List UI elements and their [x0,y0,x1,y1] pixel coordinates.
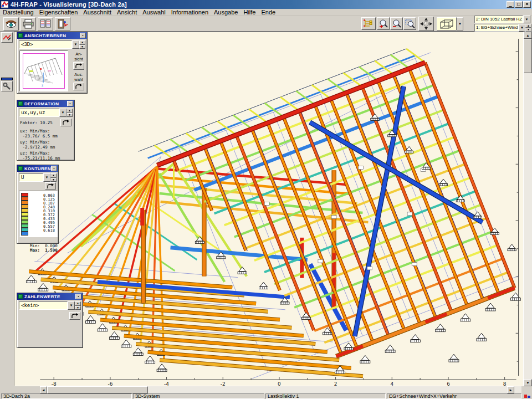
menu-item-informationen[interactable]: Informationen [171,9,208,16]
uz-value: -75.21/11.16 mm [20,156,60,161]
settings-tool-button[interactable] [1,81,13,91]
view-select[interactable]: <3D> [19,40,72,49]
panel-konturen-titlebar[interactable]: KONTUREN ▪ [17,165,58,172]
h-scroll-thumb[interactable] [47,386,148,393]
close-button[interactable]: × [523,1,531,8]
maximize-button[interactable]: □ [515,1,523,8]
menu-item-ausschnitt[interactable]: Ausschnitt [83,9,111,16]
view-cube-dropdown[interactable]: ▼ [457,17,463,30]
panel-deformation-titlebar[interactable]: DEFORMATION ▪ [17,100,74,107]
panel-icon [18,101,23,106]
auswahl-apply-button[interactable] [73,83,84,90]
view-preview[interactable]: z [19,50,68,91]
spin-up-icon[interactable]: ▲ [66,109,73,113]
pan-control[interactable] [418,17,434,31]
horizontal-scrollbar[interactable]: ◄ ► [40,386,521,393]
panel-menu-button[interactable]: ▪ [80,33,86,38]
status-field-3: EG+Schnee+Wind>X+Verkehr [387,393,521,399]
legend-swatch [21,208,28,212]
menu-item-ausgabe[interactable]: Ausgabe [214,9,238,16]
help-book-button[interactable] [38,17,53,30]
tree-view-button[interactable] [361,17,376,30]
spin-down-icon[interactable]: ▼ [79,45,85,49]
spin-up-icon[interactable]: ▲ [79,40,85,45]
deformation-apply-button[interactable] [60,119,71,126]
drawing-area[interactable]: -8-6-4-2024686420-2-4YX [14,32,524,386]
zahlenwerte-select-dropdown[interactable]: ▼ [68,301,75,310]
status-field-0: 3D-Dach 2a [1,393,132,399]
menu-item-ansicht[interactable]: Ansicht [117,9,137,16]
view-select-spinner[interactable]: ▲ ▼ [79,40,85,49]
svg-text:2: 2 [523,162,523,166]
svg-text:4: 4 [523,106,523,110]
svg-text:0: 0 [278,381,281,386]
spin-down-icon[interactable]: ▼ [66,113,73,117]
spin-down-icon[interactable]: ▼ [525,28,531,32]
zoom-window-button[interactable] [403,17,416,30]
load-case-dropdown[interactable]: ▼ [523,16,530,23]
zahlenwerte-apply-button[interactable] [69,312,80,320]
print-button[interactable] [21,17,36,30]
deformation-select-dropdown[interactable]: ▼ [59,109,66,117]
zoom-out-button[interactable] [390,17,403,30]
panel-menu-button[interactable]: ▪ [75,294,81,299]
view-select-dropdown[interactable]: ▼ [72,40,79,49]
legend-swatch [21,224,28,228]
exit-button[interactable] [55,17,70,30]
menu-item-darstellung[interactable]: Darstellung [3,9,34,16]
legend-swatch [21,220,28,224]
v-scroll-thumb[interactable] [524,39,532,73]
view-options-button[interactable] [3,17,19,30]
menu-item-ende[interactable]: Ende [261,9,275,16]
menu-item-auswahl[interactable]: Auswahl [142,9,166,16]
load-case-select[interactable]: 2: DIN 1052 Lastfall HZ (Th. 1. O [474,16,523,23]
load-combination-select[interactable]: 1: EG+Schnee+Wind>X+Verk [474,24,519,32]
svg-text:-4: -4 [523,331,523,336]
svg-text:-2: -2 [523,274,523,279]
zahlenwerte-select-spinner[interactable]: ▲ ▼ [75,301,81,310]
kontur-select-spinner[interactable]: ▲ ▼ [50,173,57,182]
tool-strip-cap [1,78,13,80]
scroll-down-icon[interactable]: ▼ [524,379,532,386]
minimize-button[interactable]: _ [507,1,514,8]
edit-mode-button[interactable] [1,32,13,43]
window-titlebar[interactable]: 4H-FRAP - Visualisierung [3D-Dach 2a] [0,0,532,9]
spin-up-icon[interactable]: ▲ [50,173,57,178]
panel-ansicht-titlebar[interactable]: ANSICHT/EBENEN ▪ [17,32,87,39]
panel-menu-button[interactable]: ▪ [51,166,57,171]
menu-item-hilfe[interactable]: Hilfe [243,9,255,16]
load-combination-dropdown[interactable]: ▼ [519,24,525,32]
scroll-up-icon[interactable]: ▲ [524,32,532,39]
legend-swatch [21,212,28,216]
svg-text:6: 6 [447,381,450,386]
zahlenwerte-select[interactable]: <kein> [19,301,68,310]
tree-icon [363,19,374,28]
scroll-right-icon[interactable]: ► [507,386,514,393]
structure-3d-view[interactable]: -8-6-4-2024686420-2-4YX [14,32,523,386]
menu-item-eigenschaften[interactable]: Eigenschaften [39,9,78,16]
apply-arrow-icon [75,84,83,89]
kontur-select-dropdown[interactable]: ▼ [43,173,50,182]
ansicht-apply-button[interactable] [73,62,84,70]
status-icon [524,393,531,399]
spin-down-icon[interactable]: ▼ [75,306,81,310]
zoom-in-button[interactable] [377,17,390,30]
panel-zahlenwerte-titlebar[interactable]: ZAHLENWERTE ▪ [17,293,83,300]
spin-up-icon[interactable]: ▲ [525,24,531,28]
kontur-apply-button[interactable] [45,182,56,190]
spin-up-icon[interactable]: ▲ [75,301,81,306]
legend-swatch [21,193,28,197]
panel-title: ANSICHT/EBENEN [24,33,66,38]
deformation-select[interactable]: ux,uy,uz [19,109,59,117]
kontur-select[interactable]: U [19,173,43,182]
scroll-left-icon[interactable]: ◄ [40,386,47,393]
legend-swatch [21,204,28,208]
deformation-select-spinner[interactable]: ▲ ▼ [66,109,73,117]
load-combination-spinner[interactable]: ▲ ▼ [525,24,531,32]
spin-down-icon[interactable]: ▼ [50,178,57,182]
vertical-scrollbar[interactable]: ▲ ▼ [524,32,532,386]
view-cube-button[interactable] [437,17,457,30]
panel-menu-button[interactable]: ▪ [67,101,73,106]
svg-text:6: 6 [523,50,523,53]
legend-swatch [21,197,28,201]
